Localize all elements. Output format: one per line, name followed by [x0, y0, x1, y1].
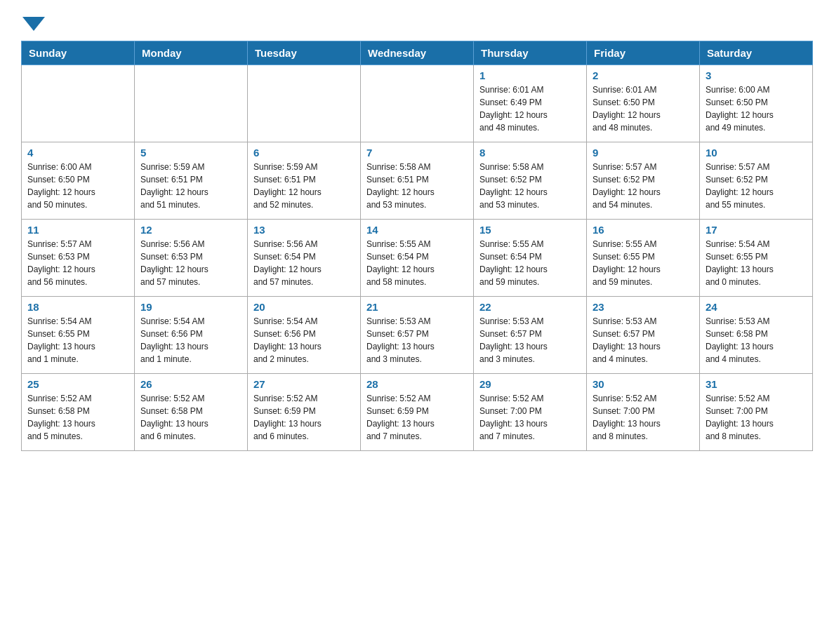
logo — [21, 14, 45, 28]
calendar-cell — [135, 65, 248, 142]
page-header — [21, 14, 813, 28]
calendar-cell: 7Sunrise: 5:58 AMSunset: 6:51 PMDaylight… — [361, 142, 474, 220]
day-number: 28 — [366, 378, 468, 390]
day-number: 17 — [706, 224, 807, 236]
day-number: 12 — [140, 224, 241, 236]
day-info: Sunrise: 5:58 AMSunset: 6:51 PMDaylight:… — [366, 161, 468, 211]
day-info: Sunrise: 5:53 AMSunset: 6:57 PMDaylight:… — [593, 315, 694, 365]
day-number: 20 — [253, 301, 355, 313]
weekday-header-thursday: Thursday — [474, 41, 587, 65]
day-number: 3 — [706, 69, 807, 81]
day-info: Sunrise: 5:53 AMSunset: 6:57 PMDaylight:… — [479, 315, 581, 365]
day-info: Sunrise: 5:52 AMSunset: 6:58 PMDaylight:… — [140, 392, 241, 443]
day-info: Sunrise: 5:54 AMSunset: 6:56 PMDaylight:… — [253, 315, 355, 365]
calendar-cell — [22, 65, 135, 142]
calendar-cell: 11Sunrise: 5:57 AMSunset: 6:53 PMDayligh… — [22, 220, 135, 297]
day-info: Sunrise: 5:58 AMSunset: 6:52 PMDaylight:… — [479, 161, 581, 211]
day-info: Sunrise: 5:57 AMSunset: 6:52 PMDaylight:… — [706, 161, 807, 211]
day-number: 7 — [366, 147, 468, 159]
calendar-cell: 25Sunrise: 5:52 AMSunset: 6:58 PMDayligh… — [22, 374, 135, 451]
calendar-cell: 5Sunrise: 5:59 AMSunset: 6:51 PMDaylight… — [135, 142, 248, 220]
day-info: Sunrise: 5:57 AMSunset: 6:52 PMDaylight:… — [593, 161, 694, 211]
weekday-header-sunday: Sunday — [22, 41, 135, 65]
day-info: Sunrise: 5:53 AMSunset: 6:58 PMDaylight:… — [706, 315, 807, 365]
day-info: Sunrise: 6:01 AMSunset: 6:49 PMDaylight:… — [479, 83, 581, 134]
calendar-week-row: 1Sunrise: 6:01 AMSunset: 6:49 PMDaylight… — [22, 65, 813, 142]
day-number: 4 — [27, 147, 128, 159]
day-info: Sunrise: 5:54 AMSunset: 6:56 PMDaylight:… — [140, 315, 241, 365]
calendar-week-row: 25Sunrise: 5:52 AMSunset: 6:58 PMDayligh… — [22, 374, 813, 451]
calendar-cell: 4Sunrise: 6:00 AMSunset: 6:50 PMDaylight… — [22, 142, 135, 220]
calendar-week-row: 4Sunrise: 6:00 AMSunset: 6:50 PMDaylight… — [22, 142, 813, 220]
calendar-cell: 16Sunrise: 5:55 AMSunset: 6:55 PMDayligh… — [587, 220, 700, 297]
day-number: 21 — [366, 301, 468, 313]
calendar-cell: 2Sunrise: 6:01 AMSunset: 6:50 PMDaylight… — [587, 65, 700, 142]
logo-arrow-icon — [22, 17, 45, 31]
calendar-cell: 21Sunrise: 5:53 AMSunset: 6:57 PMDayligh… — [361, 297, 474, 374]
weekday-header-tuesday: Tuesday — [248, 41, 361, 65]
day-info: Sunrise: 5:55 AMSunset: 6:54 PMDaylight:… — [366, 238, 468, 288]
day-info: Sunrise: 5:52 AMSunset: 6:59 PMDaylight:… — [253, 392, 355, 443]
day-number: 22 — [479, 301, 581, 313]
calendar-cell: 6Sunrise: 5:59 AMSunset: 6:51 PMDaylight… — [248, 142, 361, 220]
calendar-cell: 10Sunrise: 5:57 AMSunset: 6:52 PMDayligh… — [700, 142, 813, 220]
day-number: 29 — [479, 378, 581, 390]
calendar-cell: 12Sunrise: 5:56 AMSunset: 6:53 PMDayligh… — [135, 220, 248, 297]
calendar-table: SundayMondayTuesdayWednesdayThursdayFrid… — [21, 41, 813, 451]
calendar-cell: 20Sunrise: 5:54 AMSunset: 6:56 PMDayligh… — [248, 297, 361, 374]
day-info: Sunrise: 5:56 AMSunset: 6:54 PMDaylight:… — [253, 238, 355, 288]
weekday-header-monday: Monday — [135, 41, 248, 65]
calendar-cell — [361, 65, 474, 142]
day-info: Sunrise: 6:00 AMSunset: 6:50 PMDaylight:… — [27, 161, 128, 211]
day-number: 27 — [253, 378, 355, 390]
calendar-cell: 18Sunrise: 5:54 AMSunset: 6:55 PMDayligh… — [22, 297, 135, 374]
day-number: 23 — [593, 301, 694, 313]
day-info: Sunrise: 6:01 AMSunset: 6:50 PMDaylight:… — [593, 83, 694, 134]
day-number: 8 — [479, 147, 581, 159]
calendar-cell: 30Sunrise: 5:52 AMSunset: 7:00 PMDayligh… — [587, 374, 700, 451]
day-number: 16 — [593, 224, 694, 236]
day-info: Sunrise: 5:55 AMSunset: 6:54 PMDaylight:… — [479, 238, 581, 288]
calendar-week-row: 11Sunrise: 5:57 AMSunset: 6:53 PMDayligh… — [22, 220, 813, 297]
day-number: 15 — [479, 224, 581, 236]
calendar-cell: 28Sunrise: 5:52 AMSunset: 6:59 PMDayligh… — [361, 374, 474, 451]
day-info: Sunrise: 5:56 AMSunset: 6:53 PMDaylight:… — [140, 238, 241, 288]
day-number: 25 — [27, 378, 128, 390]
calendar-cell: 17Sunrise: 5:54 AMSunset: 6:55 PMDayligh… — [700, 220, 813, 297]
calendar-cell: 9Sunrise: 5:57 AMSunset: 6:52 PMDaylight… — [587, 142, 700, 220]
calendar-cell: 26Sunrise: 5:52 AMSunset: 6:58 PMDayligh… — [135, 374, 248, 451]
calendar-cell: 29Sunrise: 5:52 AMSunset: 7:00 PMDayligh… — [474, 374, 587, 451]
calendar-cell: 15Sunrise: 5:55 AMSunset: 6:54 PMDayligh… — [474, 220, 587, 297]
weekday-header-wednesday: Wednesday — [361, 41, 474, 65]
day-number: 26 — [140, 378, 241, 390]
calendar-cell: 13Sunrise: 5:56 AMSunset: 6:54 PMDayligh… — [248, 220, 361, 297]
day-number: 1 — [479, 69, 581, 81]
day-info: Sunrise: 6:00 AMSunset: 6:50 PMDaylight:… — [706, 83, 807, 134]
calendar-cell: 3Sunrise: 6:00 AMSunset: 6:50 PMDaylight… — [700, 65, 813, 142]
day-number: 13 — [253, 224, 355, 236]
calendar-cell: 8Sunrise: 5:58 AMSunset: 6:52 PMDaylight… — [474, 142, 587, 220]
day-info: Sunrise: 5:52 AMSunset: 7:00 PMDaylight:… — [706, 392, 807, 443]
day-info: Sunrise: 5:54 AMSunset: 6:55 PMDaylight:… — [27, 315, 128, 365]
day-number: 6 — [253, 147, 355, 159]
calendar-cell: 22Sunrise: 5:53 AMSunset: 6:57 PMDayligh… — [474, 297, 587, 374]
day-number: 30 — [593, 378, 694, 390]
day-number: 18 — [27, 301, 128, 313]
calendar-cell: 23Sunrise: 5:53 AMSunset: 6:57 PMDayligh… — [587, 297, 700, 374]
calendar-cell: 14Sunrise: 5:55 AMSunset: 6:54 PMDayligh… — [361, 220, 474, 297]
day-info: Sunrise: 5:55 AMSunset: 6:55 PMDaylight:… — [593, 238, 694, 288]
calendar-cell: 31Sunrise: 5:52 AMSunset: 7:00 PMDayligh… — [700, 374, 813, 451]
day-info: Sunrise: 5:52 AMSunset: 7:00 PMDaylight:… — [593, 392, 694, 443]
weekday-header-saturday: Saturday — [700, 41, 813, 65]
calendar-cell: 1Sunrise: 6:01 AMSunset: 6:49 PMDaylight… — [474, 65, 587, 142]
day-info: Sunrise: 5:59 AMSunset: 6:51 PMDaylight:… — [253, 161, 355, 211]
calendar-cell: 19Sunrise: 5:54 AMSunset: 6:56 PMDayligh… — [135, 297, 248, 374]
day-number: 19 — [140, 301, 241, 313]
day-info: Sunrise: 5:52 AMSunset: 6:59 PMDaylight:… — [366, 392, 468, 443]
logo-top — [21, 14, 45, 31]
weekday-header-friday: Friday — [587, 41, 700, 65]
calendar-cell: 27Sunrise: 5:52 AMSunset: 6:59 PMDayligh… — [248, 374, 361, 451]
day-number: 9 — [593, 147, 694, 159]
day-info: Sunrise: 5:52 AMSunset: 7:00 PMDaylight:… — [479, 392, 581, 443]
calendar-cell — [248, 65, 361, 142]
